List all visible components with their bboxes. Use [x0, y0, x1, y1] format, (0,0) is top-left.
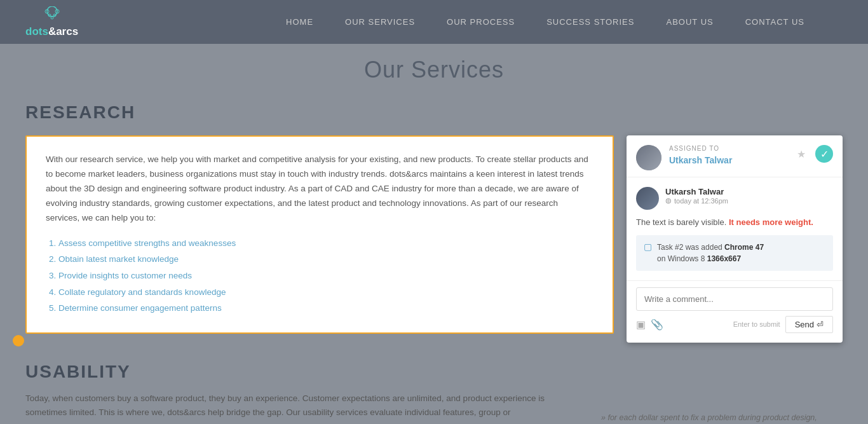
research-body: With our research service, we help you w…: [46, 153, 593, 226]
crop-icon[interactable]: ▣: [636, 318, 646, 331]
comment-avatar: [636, 187, 659, 210]
right-bottom-text: » for each dollar spent to fix a problem…: [601, 411, 817, 424]
logo-text: dots&arcs: [25, 25, 78, 38]
usability-section-title: USABILITY: [25, 362, 843, 382]
logo[interactable]: dots&arcs: [25, 6, 78, 38]
comment-toolbar: ▣ 📎 Enter to submit Send ⏎: [636, 316, 833, 333]
comment-panel: ASSIGNED TO Utkarsh Talwar ★ ✓ Utkarsh T…: [627, 135, 843, 343]
comment-input[interactable]: [636, 287, 833, 311]
nav-home[interactable]: HOME: [286, 17, 313, 27]
check-icon[interactable]: ✓: [815, 145, 833, 163]
assigned-info: ASSIGNED TO Utkarsh Talwar: [669, 145, 792, 166]
research-highlighted-box: With our research service, we help you w…: [25, 135, 614, 334]
bottom-section: USABILITY Today, when customers buy a so…: [25, 362, 843, 425]
attachment-icon[interactable]: 📎: [651, 318, 663, 331]
comment-time: ◍ today at 12:36pm: [665, 196, 833, 205]
content-grid: With our research service, we help you w…: [25, 135, 843, 343]
panel-actions: ★ ✓: [792, 145, 833, 163]
task-icon: ▢: [644, 242, 652, 252]
task-info-box: ▢ Task #2 was added Chrome 47 on Windows…: [636, 235, 833, 271]
comment-input-area: ▣ 📎 Enter to submit Send ⏎: [627, 281, 843, 343]
assigned-label: ASSIGNED TO: [669, 145, 792, 152]
nav-links: HOME OUR SERVICES OUR PROCESS SUCCESS ST…: [286, 17, 804, 27]
main-content: Our Services RESEARCH With our research …: [0, 44, 868, 424]
navbar: dots&arcs HOME OUR SERVICES OUR PROCESS …: [0, 0, 868, 44]
list-item: Assess competitive strengths and weaknes…: [58, 235, 593, 252]
left-content: With our research service, we help you w…: [25, 135, 614, 343]
nav-contact[interactable]: CONTACT US: [745, 17, 804, 27]
list-item: Provide insights to customer needs: [58, 268, 593, 284]
clock-icon: ◍: [665, 196, 672, 205]
comment-text: The text is barely visible. It needs mor…: [636, 216, 833, 229]
usability-body: Today, when customers buy a software pro…: [25, 392, 546, 425]
comment-user-row: Utkarsh Talwar ◍ today at 12:36pm: [636, 187, 833, 210]
comment-section: Utkarsh Talwar ◍ today at 12:36pm The te…: [627, 177, 843, 281]
comment-username: Utkarsh Talwar: [665, 187, 833, 196]
comment-meta: Utkarsh Talwar ◍ today at 12:36pm: [665, 187, 833, 205]
assignee-avatar: [636, 145, 661, 170]
send-button[interactable]: Send ⏎: [785, 316, 833, 333]
submit-hint: Enter to submit: [668, 320, 780, 328]
list-item: Collate regulatory and standards knowled…: [58, 284, 593, 301]
send-icon: ⏎: [817, 320, 824, 329]
page-title: Our Services: [25, 57, 843, 83]
list-item: Determine consumer engagement patterns: [58, 300, 593, 317]
list-item: Obtain latest market knowledge: [58, 251, 593, 268]
research-section-title: RESEARCH: [25, 102, 843, 123]
star-icon[interactable]: ★: [792, 145, 810, 163]
nav-success[interactable]: SUCCESS STORIES: [546, 17, 634, 27]
nav-about[interactable]: ABOUT US: [666, 17, 713, 27]
nav-services[interactable]: OUR SERVICES: [345, 17, 415, 27]
panel-header: ASSIGNED TO Utkarsh Talwar ★ ✓: [627, 135, 843, 177]
task-text: Task #2 was added Chrome 47 on Windows 8…: [657, 242, 764, 264]
research-list: Assess competitive strengths and weaknes…: [46, 235, 593, 317]
assigned-name[interactable]: Utkarsh Talwar: [669, 155, 732, 165]
nav-process[interactable]: OUR PROCESS: [447, 17, 515, 27]
